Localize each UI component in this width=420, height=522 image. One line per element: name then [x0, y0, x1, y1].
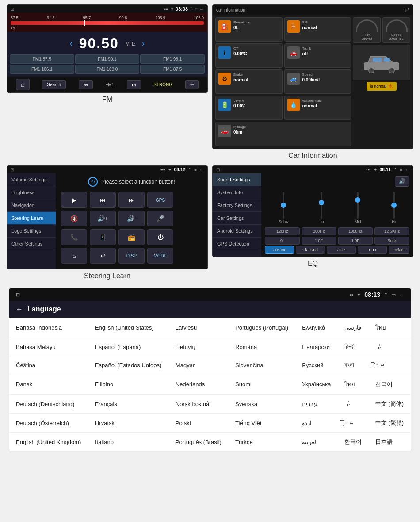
- lang-polski[interactable]: Polski: [169, 414, 229, 433]
- home2-btn[interactable]: ⌂: [61, 248, 87, 264]
- sidebar-logo-settings[interactable]: Logo Settings: [7, 225, 56, 238]
- eq-sidebar-system[interactable]: System Info: [213, 186, 261, 199]
- lang-shan2[interactable]: ၵၢႆႇ: [338, 395, 369, 414]
- lang-hindi[interactable]: हिन्दी: [338, 338, 369, 356]
- radio-btn[interactable]: 📻: [118, 229, 145, 245]
- preset-6[interactable]: FM1 87.5: [140, 65, 205, 74]
- lang-slovencina[interactable]: Slovenčina: [229, 356, 295, 374]
- sidebar-other-settings[interactable]: Other Settings: [7, 238, 56, 250]
- lang-greek[interactable]: Ελληνικά: [295, 318, 338, 338]
- preset-classical[interactable]: Classical: [296, 246, 325, 254]
- phone-btn[interactable]: 📞: [61, 229, 87, 245]
- lang-bahasa-melayu[interactable]: Bahasa Melayu: [9, 338, 88, 356]
- preset-custom[interactable]: Custom: [265, 246, 294, 254]
- freq-down-btn[interactable]: ‹: [70, 39, 73, 48]
- eq-sidebar-gps[interactable]: GPS Detection: [213, 238, 261, 250]
- param-1f2[interactable]: 1.0F: [338, 237, 373, 245]
- lang-turkce[interactable]: Türkçe: [229, 433, 295, 452]
- sidebar-volume-settings[interactable]: Volume Settings: [7, 173, 56, 186]
- freq-125khz[interactable]: 12.5KHz: [374, 227, 409, 235]
- lang-cestina[interactable]: Čeština: [9, 356, 88, 374]
- lang-arabic[interactable]: العربية: [295, 433, 338, 452]
- lang-korean[interactable]: 한국어: [369, 374, 411, 395]
- subw-thumb[interactable]: [281, 203, 286, 208]
- mute-btn[interactable]: 🔇: [61, 211, 87, 226]
- lang-espanol-espana[interactable]: Español (España): [88, 338, 169, 356]
- prev-btn[interactable]: ⏮: [90, 192, 116, 208]
- lang-dansk[interactable]: Dansk: [9, 374, 88, 395]
- lang-portugues-portugal[interactable]: Português (Portugal): [229, 318, 295, 338]
- lang-suomi[interactable]: Suomi: [229, 374, 295, 395]
- eq-sidebar-sound[interactable]: Sound Settings: [213, 173, 261, 186]
- lang-back-btn[interactable]: ←: [16, 305, 23, 313]
- car-back-icon[interactable]: ↩: [404, 6, 409, 13]
- lang-thai[interactable]: ไทย: [369, 318, 411, 338]
- lang-thai2[interactable]: ไทย: [338, 374, 369, 395]
- lang-filipino[interactable]: Filipino: [88, 374, 169, 395]
- freq-up-btn[interactable]: ›: [142, 39, 145, 48]
- freq-slider-track[interactable]: [11, 21, 204, 25]
- preset-3[interactable]: FM1 98.1: [140, 54, 205, 64]
- preset-2[interactable]: FM1 90.1: [75, 54, 140, 64]
- preset-jazz[interactable]: Jazz: [327, 246, 356, 254]
- lang-russian[interactable]: Русский: [295, 356, 338, 374]
- power-btn[interactable]: ⏻: [147, 229, 173, 245]
- refresh-icon[interactable]: ↻: [88, 177, 98, 187]
- mid-thumb[interactable]: [355, 197, 360, 203]
- preset-1[interactable]: FM1 87.5: [10, 54, 74, 64]
- lang-japanese[interactable]: 日本語: [369, 433, 411, 452]
- default-btn[interactable]: Default: [389, 246, 409, 254]
- lang-chinese-simplified[interactable]: 中文 (简体): [369, 395, 411, 414]
- preset-4[interactable]: FM1 106.1: [10, 65, 74, 74]
- disp-btn[interactable]: DISP: [118, 248, 145, 264]
- lang-bulgarian[interactable]: Български: [295, 338, 338, 356]
- lang-deutsch-at[interactable]: Deutsch (Österreich): [9, 414, 88, 433]
- hi-thumb[interactable]: [391, 203, 397, 208]
- lang-hebrew[interactable]: עברית: [295, 395, 338, 414]
- vol-down-btn[interactable]: 🔊-: [118, 211, 145, 226]
- gps-btn[interactable]: GPS: [147, 192, 173, 208]
- lang-english-us[interactable]: English (United States): [88, 318, 169, 338]
- speaker-btn[interactable]: 🔊: [395, 176, 409, 187]
- lang-francais[interactable]: Français: [88, 395, 169, 414]
- lang-latviesu[interactable]: Latviešu: [169, 318, 229, 338]
- lang-english-uk[interactable]: English (United Kingdom): [9, 433, 88, 452]
- eq-sidebar-car[interactable]: Car Settings: [213, 212, 261, 225]
- lang-svenska[interactable]: Svenska: [229, 395, 295, 414]
- lang-nederlands[interactable]: Nederlands: [169, 374, 229, 395]
- lang-chinese-traditional[interactable]: 中文 (繁體): [369, 414, 411, 433]
- mode-btn[interactable]: MODE: [147, 248, 173, 264]
- lang-italiano[interactable]: Italiano: [88, 433, 169, 452]
- param-0deg[interactable]: 0°: [265, 237, 300, 245]
- param-rock[interactable]: Rock: [374, 237, 409, 245]
- lang-urdu[interactable]: اردو: [295, 414, 338, 433]
- param-1f1[interactable]: 1.0F: [302, 237, 336, 245]
- preset-5[interactable]: FM1 108.0: [75, 65, 140, 74]
- lang-romana[interactable]: Română: [229, 338, 295, 356]
- eq-sidebar-android[interactable]: Android Settings: [213, 225, 261, 238]
- next-button[interactable]: ⏭: [127, 80, 141, 89]
- next-btn[interactable]: ⏭: [118, 192, 145, 208]
- search-button[interactable]: Search: [42, 80, 66, 89]
- back-button[interactable]: ↩: [185, 80, 199, 89]
- play-btn[interactable]: ▶: [61, 192, 87, 208]
- lang-ukrainian[interactable]: Українська: [295, 374, 338, 395]
- lang-portugues-brasil[interactable]: Português (Brasil): [169, 433, 229, 452]
- lang-magyar[interactable]: Magyar: [169, 356, 229, 374]
- lo-thumb[interactable]: [319, 200, 324, 205]
- lang-shan[interactable]: ၵၢႆႇ: [369, 338, 411, 356]
- sidebar-steering-learn[interactable]: Steering Learn: [7, 212, 56, 225]
- freq-120hz[interactable]: 120Hz: [265, 227, 300, 235]
- home-button[interactable]: ⌂: [16, 79, 29, 90]
- lang-bengali[interactable]: বাংলা: [338, 356, 369, 374]
- preset-pop[interactable]: Pop: [358, 246, 387, 254]
- lang-espanol-us[interactable]: Español (Estados Unidos): [88, 356, 169, 374]
- phone2-btn[interactable]: 📱: [90, 229, 116, 245]
- lang-deutsch-de[interactable]: Deutsch (Deutschland): [9, 395, 88, 414]
- freq-200hz[interactable]: 200Hz: [302, 227, 336, 235]
- lang-myanmar[interactable]: ြမ: [369, 356, 411, 374]
- lang-korean2[interactable]: 한국어: [338, 433, 369, 452]
- lang-lietuviu[interactable]: Lietuvių: [169, 338, 229, 356]
- lang-hrvatski[interactable]: Hrvatski: [88, 414, 169, 433]
- lang-bahasa-indonesia[interactable]: Bahasa Indonesia: [9, 318, 88, 338]
